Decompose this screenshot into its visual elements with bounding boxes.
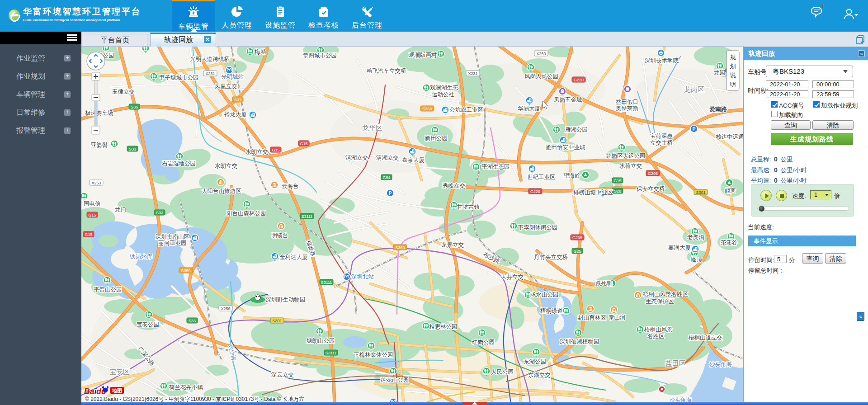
svg-text:水荷立交: 水荷立交 bbox=[619, 163, 642, 169]
svg-text:云海台: 云海台 bbox=[282, 183, 299, 189]
svg-text:明镜台: 明镜台 bbox=[271, 232, 288, 239]
svg-text:求水山公园: 求水山公园 bbox=[530, 292, 559, 298]
svg-text:奥特莱斯: 奥特莱斯 bbox=[616, 105, 639, 112]
svg-text:莲花山公园: 莲花山公园 bbox=[381, 377, 409, 383]
svg-text:益田假日: 益田假日 bbox=[616, 99, 638, 105]
svg-text:峰顶: 峰顶 bbox=[691, 257, 703, 263]
svg-text:龙门: 龙门 bbox=[115, 207, 126, 213]
svg-text:G25: G25 bbox=[573, 249, 581, 254]
svg-text:X231: X231 bbox=[205, 71, 215, 76]
svg-text:爱南路: 爱南路 bbox=[709, 106, 727, 113]
svg-text:哈飞汽车立交桥: 哈飞汽车立交桥 bbox=[367, 68, 406, 74]
svg-text:大芬立交: 大芬立交 bbox=[501, 274, 524, 280]
svg-text:保安立交桥: 保安立交桥 bbox=[637, 186, 665, 192]
svg-text:华易大厦: 华易大厦 bbox=[518, 105, 540, 112]
svg-text:X256: X256 bbox=[221, 306, 230, 311]
svg-text:S33: S33 bbox=[189, 319, 196, 323]
svg-text:宝安公园: 宝安公园 bbox=[137, 321, 159, 328]
svg-text:嘉润大厦: 嘉润大厦 bbox=[668, 245, 691, 251]
svg-text:玉律立交: 玉律立交 bbox=[112, 89, 135, 95]
svg-text:核达中远通: 核达中远通 bbox=[716, 134, 743, 140]
svg-text:嘉泉大厦: 嘉泉大厦 bbox=[402, 157, 425, 163]
svg-text:跌死狗: 跌死狗 bbox=[595, 280, 613, 287]
svg-text:清湖立交: 清湖立交 bbox=[376, 155, 399, 161]
svg-text:亚婆髻: 亚婆髻 bbox=[91, 142, 108, 148]
svg-text:排榜山塘工业区: 排榜山塘工业区 bbox=[573, 189, 613, 196]
svg-text:G220: G220 bbox=[574, 78, 584, 82]
svg-text:1: 1 bbox=[821, 3, 824, 9]
svg-text:裕龙大厦: 裕龙大厦 bbox=[224, 111, 247, 118]
svg-text:立交主桥: 立交主桥 bbox=[650, 140, 673, 146]
svg-text:世纪工业区: 世纪工业区 bbox=[527, 174, 556, 180]
svg-text:光明城站: 光明城站 bbox=[221, 74, 244, 80]
svg-text:雁田怡安工业城: 雁田怡安工业城 bbox=[546, 144, 585, 151]
svg-text:水朗立交: 水朗立交 bbox=[245, 149, 268, 155]
svg-text:宝安区: 宝安区 bbox=[109, 368, 130, 376]
svg-text:梧桐山风景名胜区: 梧桐山风景名胜区 bbox=[642, 291, 689, 297]
svg-text:G220: G220 bbox=[530, 189, 540, 194]
svg-text:光明大道跨线桥: 光明大道跨线桥 bbox=[190, 56, 230, 62]
svg-text:X250: X250 bbox=[536, 52, 546, 56]
svg-text:S33: S33 bbox=[129, 147, 136, 151]
svg-text:名胜区: 名胜区 bbox=[647, 333, 665, 339]
svg-text:S359: S359 bbox=[422, 107, 432, 111]
svg-text:茶溪谷: 茶溪谷 bbox=[721, 240, 738, 246]
svg-text:运动公社: 运动公社 bbox=[432, 91, 455, 98]
svg-text:下李朗休闲公园: 下李朗休闲公园 bbox=[518, 224, 558, 231]
svg-text:甲子塘城市公园: 甲子塘城市公园 bbox=[159, 75, 199, 81]
svg-text:铁岗水库: 铁岗水库 bbox=[129, 254, 153, 260]
svg-text:梧桐绿道: 梧桐绿道 bbox=[540, 308, 563, 314]
svg-text:明: 明 bbox=[730, 81, 736, 88]
svg-text:相思林公园: 相思林公园 bbox=[429, 324, 458, 330]
svg-text:东湖立交: 东湖立交 bbox=[528, 372, 551, 378]
svg-text:深圳市南山区: 深圳市南山区 bbox=[156, 234, 190, 240]
svg-text:龙华区: 龙华区 bbox=[362, 124, 382, 132]
svg-text:生态保护区: 生态保护区 bbox=[646, 298, 674, 305]
svg-text:沙头角海: 沙头角海 bbox=[709, 361, 732, 367]
svg-text:观澜湖生态: 观澜湖生态 bbox=[430, 85, 458, 91]
svg-text:深云立交: 深云立交 bbox=[271, 372, 294, 378]
svg-text:石岩湿地公园: 石岩湿地公园 bbox=[162, 160, 196, 167]
svg-text:公坑廊工业区: 公坑廊工业区 bbox=[449, 107, 484, 113]
svg-text:国电信: 国电信 bbox=[84, 201, 101, 207]
svg-text:凤凰立交: 凤凰立交 bbox=[215, 83, 237, 89]
svg-text:梧桐山风景: 梧桐山风景 bbox=[644, 326, 673, 333]
svg-text:平湖生态园: 平湖生态园 bbox=[481, 164, 510, 170]
svg-text:S359: S359 bbox=[181, 268, 190, 273]
svg-text:深圳技术学院: 深圳技术学院 bbox=[645, 57, 679, 64]
svg-text:新田公园: 新田公园 bbox=[425, 135, 448, 141]
svg-text:G205: G205 bbox=[648, 171, 658, 176]
svg-text:深圳野生动物园: 深圳野生动物园 bbox=[266, 297, 306, 303]
svg-text:观澜版画村: 观澜版画村 bbox=[409, 52, 437, 58]
svg-text:沙头角海: 沙头角海 bbox=[669, 397, 692, 402]
svg-text:S3111: S3111 bbox=[326, 351, 337, 355]
svg-text:S360: S360 bbox=[395, 245, 405, 250]
svg-text:S301: S301 bbox=[696, 190, 705, 195]
svg-text:S3111: S3111 bbox=[302, 214, 313, 219]
svg-text:X231: X231 bbox=[468, 71, 477, 76]
svg-text:阳台山森林公园: 阳台山森林公园 bbox=[226, 210, 266, 217]
svg-text:章阁城市公园: 章阁城市公园 bbox=[303, 52, 337, 59]
svg-text:凤岗人民公园: 凤岗人民公园 bbox=[524, 73, 558, 80]
svg-text:S3111: S3111 bbox=[321, 280, 332, 285]
svg-text:G15: G15 bbox=[85, 232, 92, 237]
svg-text:龙岗区: 龙岗区 bbox=[684, 85, 704, 93]
svg-text:S31: S31 bbox=[234, 98, 241, 102]
svg-text:龙景立交: 龙景立交 bbox=[441, 242, 464, 248]
svg-text:荷兰花卉小镇: 荷兰花卉小镇 bbox=[169, 384, 203, 391]
svg-text:封山育林区: 封山育林区 bbox=[578, 314, 606, 321]
svg-text:丹竹头立交桥: 丹竹头立交桥 bbox=[534, 254, 568, 260]
svg-text:S301: S301 bbox=[272, 319, 282, 323]
svg-text:老虎沟: 老虎沟 bbox=[687, 234, 704, 240]
svg-text:说: 说 bbox=[730, 72, 736, 79]
svg-text:金利达大厦: 金利达大厦 bbox=[279, 254, 308, 260]
svg-text:G15: G15 bbox=[613, 179, 621, 183]
svg-text:大阳台山旅游区: 大阳台山旅游区 bbox=[202, 188, 241, 194]
svg-text:水朗立交: 水朗立交 bbox=[215, 163, 237, 169]
svg-text:梅坳: 梅坳 bbox=[254, 49, 266, 55]
svg-text:宝荷深惠: 宝荷深惠 bbox=[650, 133, 673, 139]
svg-text:秀峰立交: 秀峰立交 bbox=[443, 183, 465, 189]
svg-text:规: 规 bbox=[730, 54, 736, 61]
svg-text:龙岗区大运公园: 龙岗区大运公园 bbox=[606, 153, 646, 159]
svg-text:人民公园: 人民公园 bbox=[491, 369, 514, 375]
